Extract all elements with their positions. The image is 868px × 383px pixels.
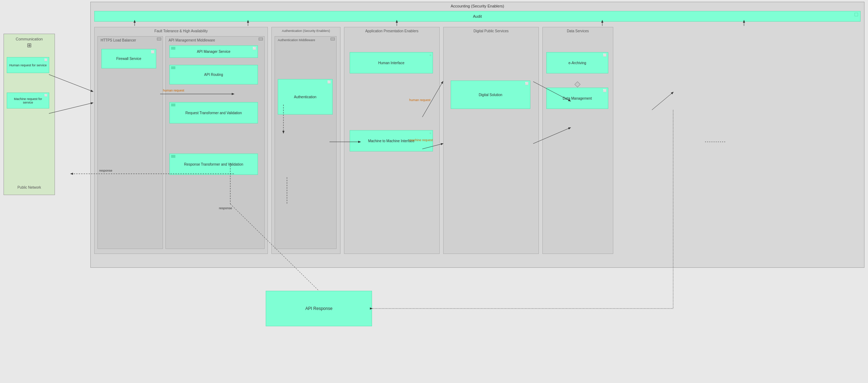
- machine-request-corner: ⬜: [44, 94, 47, 97]
- human-request-box: Human request for service ⬜: [7, 57, 49, 73]
- machine-interface-box: Machine to Machine Interface ○: [350, 130, 433, 151]
- auth-middleware-box: Authentication Middleware Authentication…: [275, 36, 337, 249]
- human-interface-box: Human Interface ○: [350, 52, 433, 73]
- audit-label: Audit: [473, 14, 482, 18]
- fault-tolerance-label: Fault Tolerance & High Availability: [154, 29, 208, 33]
- api-manager-service-box: API Manager Service ⬜: [169, 45, 258, 58]
- req-transformer-box: Request Transformer and Validation: [169, 102, 258, 123]
- public-network-label: Public Network: [17, 185, 41, 189]
- diagram-container: Accounting (Security Enablers) Audit Fau…: [0, 0, 868, 383]
- api-manager-corner: ⬜: [253, 47, 256, 50]
- digital-public-label: Digital Public Services: [474, 29, 509, 33]
- human-interface-corner: ○: [429, 54, 431, 57]
- e-archiving-corner: ⬜: [603, 54, 607, 57]
- api-response-box: API Response: [266, 291, 372, 326]
- api-routing-label: API Routing: [204, 73, 223, 77]
- digital-solution-label: Digital Solution: [479, 93, 502, 97]
- api-response-label: API Response: [305, 306, 333, 311]
- machine-request-label: Machine request for service: [9, 97, 47, 104]
- firewall-service-label: Firewall Service: [116, 57, 141, 61]
- data-services-label: Data Services: [567, 29, 589, 33]
- firewall-service-box: Firewall Service ⬜: [101, 49, 156, 68]
- auth-security-section: Authentication (Security Enablers) Authe…: [271, 27, 340, 254]
- firewall-corner: ⬜: [151, 50, 154, 54]
- api-mgmt-label: API Management Middleware: [169, 38, 215, 42]
- diamond-icon: [575, 82, 581, 88]
- auth-middleware-label: Authentication Middleware: [278, 38, 315, 42]
- api-routing-box: API Routing: [169, 65, 258, 84]
- audit-corner-icon: [855, 13, 858, 16]
- auth-middleware-corner: [331, 38, 335, 40]
- auth-corner: ⬜: [327, 81, 331, 84]
- resp-transformer-box: Response Transformer and Validation: [169, 154, 258, 175]
- resp-transformer-label: Response Transformer and Validation: [184, 162, 243, 166]
- accounting-label: Accounting (Security Enablers): [451, 4, 504, 8]
- api-mgmt-corner: [259, 38, 263, 40]
- communication-box: Communication ⊞ Human request for servic…: [4, 34, 55, 195]
- data-services-section: Data Services e-Archiving ⬜ Data Managem…: [542, 27, 613, 254]
- accounting-box: Accounting (Security Enablers) Audit Fau…: [90, 2, 864, 268]
- authentication-label: Authentication: [294, 95, 316, 99]
- digital-public-section: Digital Public Services Digital Solution…: [443, 27, 539, 254]
- comm-icon: ⊞: [27, 42, 32, 49]
- authentication-box: Authentication ⬜: [278, 79, 333, 115]
- req-transformer-label: Request Transformer and Validation: [185, 111, 242, 115]
- machine-request-box: Machine request for service ⬜: [7, 93, 49, 109]
- digital-solution-corner: ⬜: [525, 82, 529, 85]
- fault-tolerance-section: Fault Tolerance & High Availability HTTP…: [94, 27, 268, 254]
- machine-to-firewall-arrow: [49, 103, 93, 113]
- digital-solution-box: Digital Solution ⬜: [451, 81, 530, 109]
- audit-bar: Audit: [94, 11, 861, 22]
- human-to-firewall-arrow: [49, 74, 93, 91]
- human-request-corner: ⬜: [44, 59, 47, 61]
- data-management-corner: ⬜: [603, 89, 607, 92]
- machine-interface-corner: ○: [429, 132, 431, 135]
- https-lb-corner: [157, 38, 161, 40]
- app-presentation-label: Application Presentation Enablers: [365, 29, 418, 33]
- https-lb-label: HTTPS Load Balancer: [101, 38, 136, 42]
- api-mgmt-box: API Management Middleware API Manager Se…: [165, 36, 265, 249]
- e-archiving-box: e-Archiving ⬜: [546, 52, 608, 73]
- api-manager-service-label: API Manager Service: [197, 50, 231, 54]
- data-management-box: Data Management ⬜: [546, 88, 608, 109]
- https-lb-box: HTTPS Load Balancer Firewall Service ⬜: [97, 36, 163, 249]
- app-presentation-section: Application Presentation Enablers Human …: [344, 27, 440, 254]
- human-request-label: Human request for service: [9, 63, 47, 67]
- human-interface-label: Human Interface: [378, 61, 405, 65]
- machine-interface-label: Machine to Machine Interface: [368, 139, 415, 143]
- data-management-label: Data Management: [563, 96, 592, 100]
- auth-security-label: Authentication (Security Enablers): [282, 29, 330, 33]
- e-archiving-label: e-Archiving: [568, 61, 586, 65]
- communication-label: Communication: [16, 37, 43, 41]
